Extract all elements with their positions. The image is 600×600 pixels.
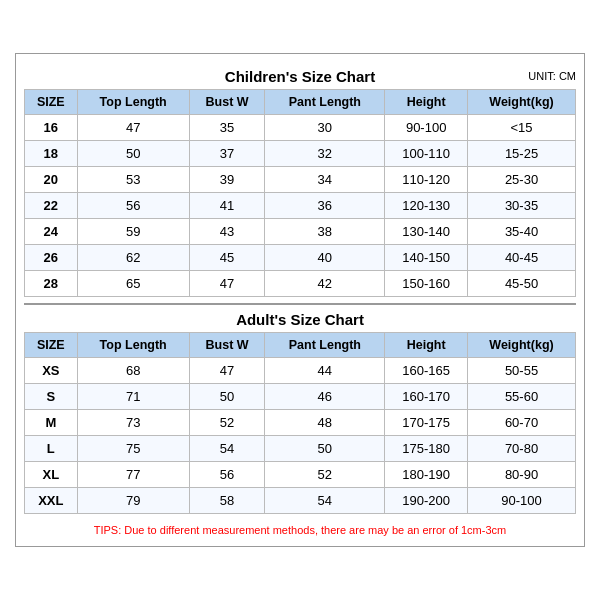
table-cell: 71 xyxy=(77,384,189,410)
size-chart-container: Children's Size Chart UNIT: CM SIZETop L… xyxy=(15,53,585,547)
table-cell: 110-120 xyxy=(385,167,468,193)
table-cell: 37 xyxy=(189,141,265,167)
table-cell: 50 xyxy=(265,436,385,462)
table-cell: 32 xyxy=(265,141,385,167)
table-cell: 40-45 xyxy=(468,245,576,271)
table-cell: 42 xyxy=(265,271,385,297)
table-cell: 39 xyxy=(189,167,265,193)
table-cell: 90-100 xyxy=(385,115,468,141)
table-row: 24594338130-14035-40 xyxy=(25,219,576,245)
table-cell: 58 xyxy=(189,488,265,514)
table-cell: 24 xyxy=(25,219,78,245)
table-cell: 26 xyxy=(25,245,78,271)
table-cell: 53 xyxy=(77,167,189,193)
table-cell: 43 xyxy=(189,219,265,245)
table-cell: 79 xyxy=(77,488,189,514)
adult-table-header: SIZETop LengthBust WPant LengthHeightWei… xyxy=(25,333,576,358)
table-cell: 180-190 xyxy=(385,462,468,488)
table-cell: 30-35 xyxy=(468,193,576,219)
table-cell: 45 xyxy=(189,245,265,271)
table-cell: 190-200 xyxy=(385,488,468,514)
children-header-cell: Top Length xyxy=(77,90,189,115)
table-row: 22564136120-13030-35 xyxy=(25,193,576,219)
children-header-cell: Height xyxy=(385,90,468,115)
table-cell: 15-25 xyxy=(468,141,576,167)
table-cell: 160-165 xyxy=(385,358,468,384)
table-cell: M xyxy=(25,410,78,436)
table-cell: 45-50 xyxy=(468,271,576,297)
table-cell: 52 xyxy=(189,410,265,436)
table-cell: 47 xyxy=(77,115,189,141)
table-row: M735248170-17560-70 xyxy=(25,410,576,436)
table-cell: 150-160 xyxy=(385,271,468,297)
table-cell: 47 xyxy=(189,271,265,297)
table-row: 18503732100-11015-25 xyxy=(25,141,576,167)
adult-title-text: Adult's Size Chart xyxy=(236,311,364,328)
adult-header-cell: Pant Length xyxy=(265,333,385,358)
table-cell: XXL xyxy=(25,488,78,514)
children-header-cell: Pant Length xyxy=(265,90,385,115)
table-cell: XS xyxy=(25,358,78,384)
adult-table-body: XS684744160-16550-55S715046160-17055-60M… xyxy=(25,358,576,514)
table-cell: 54 xyxy=(189,436,265,462)
table-cell: 30 xyxy=(265,115,385,141)
children-table-body: 1647353090-100<1518503732100-11015-25205… xyxy=(25,115,576,297)
children-header-cell: Weight(kg) xyxy=(468,90,576,115)
table-row: 26624540140-15040-45 xyxy=(25,245,576,271)
table-cell: 47 xyxy=(189,358,265,384)
table-cell: 70-80 xyxy=(468,436,576,462)
tips-text: TIPS: Due to different measurement metho… xyxy=(24,520,576,538)
table-cell: L xyxy=(25,436,78,462)
children-header-cell: Bust W xyxy=(189,90,265,115)
table-cell: 35 xyxy=(189,115,265,141)
table-cell: <15 xyxy=(468,115,576,141)
table-row: XS684744160-16550-55 xyxy=(25,358,576,384)
table-cell: 41 xyxy=(189,193,265,219)
table-cell: 28 xyxy=(25,271,78,297)
table-cell: 65 xyxy=(77,271,189,297)
table-cell: 20 xyxy=(25,167,78,193)
adult-header-cell: Bust W xyxy=(189,333,265,358)
table-cell: XL xyxy=(25,462,78,488)
table-cell: 175-180 xyxy=(385,436,468,462)
table-cell: 54 xyxy=(265,488,385,514)
table-row: L755450175-18070-80 xyxy=(25,436,576,462)
table-cell: 25-30 xyxy=(468,167,576,193)
table-row: XXL795854190-20090-100 xyxy=(25,488,576,514)
table-cell: 35-40 xyxy=(468,219,576,245)
children-title-text: Children's Size Chart xyxy=(225,68,375,85)
table-cell: 38 xyxy=(265,219,385,245)
children-table: SIZETop LengthBust WPant LengthHeightWei… xyxy=(24,89,576,297)
table-cell: 60-70 xyxy=(468,410,576,436)
table-row: XL775652180-19080-90 xyxy=(25,462,576,488)
table-cell: 170-175 xyxy=(385,410,468,436)
adult-table: SIZETop LengthBust WPant LengthHeightWei… xyxy=(24,332,576,514)
table-cell: 59 xyxy=(77,219,189,245)
table-row: 28654742150-16045-50 xyxy=(25,271,576,297)
table-cell: 90-100 xyxy=(468,488,576,514)
table-row: 20533934110-12025-30 xyxy=(25,167,576,193)
table-cell: 68 xyxy=(77,358,189,384)
table-cell: 62 xyxy=(77,245,189,271)
table-cell: 77 xyxy=(77,462,189,488)
table-cell: 50-55 xyxy=(468,358,576,384)
table-cell: 22 xyxy=(25,193,78,219)
table-cell: 160-170 xyxy=(385,384,468,410)
table-cell: 56 xyxy=(77,193,189,219)
table-cell: 48 xyxy=(265,410,385,436)
adult-title: Adult's Size Chart xyxy=(24,303,576,332)
table-cell: 75 xyxy=(77,436,189,462)
children-title: Children's Size Chart UNIT: CM xyxy=(24,62,576,89)
table-cell: 52 xyxy=(265,462,385,488)
table-cell: 34 xyxy=(265,167,385,193)
table-cell: 56 xyxy=(189,462,265,488)
adult-header-cell: Weight(kg) xyxy=(468,333,576,358)
table-cell: 36 xyxy=(265,193,385,219)
table-cell: 120-130 xyxy=(385,193,468,219)
table-cell: 50 xyxy=(189,384,265,410)
table-cell: 130-140 xyxy=(385,219,468,245)
table-cell: 55-60 xyxy=(468,384,576,410)
adult-header-cell: SIZE xyxy=(25,333,78,358)
table-cell: S xyxy=(25,384,78,410)
adult-header-cell: Top Length xyxy=(77,333,189,358)
